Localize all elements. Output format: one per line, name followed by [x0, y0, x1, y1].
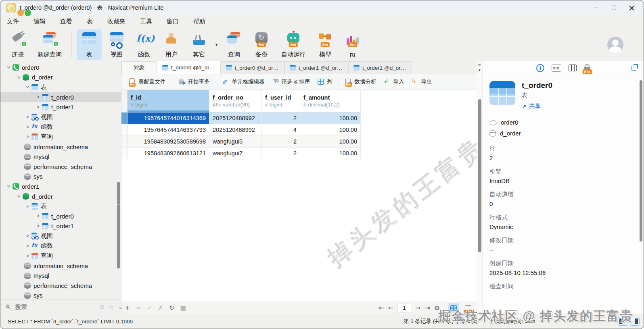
data-profiling-button[interactable]: Ent数据分析: [342, 76, 380, 87]
page-number-input[interactable]: [397, 304, 411, 312]
tab-objects[interactable]: 对象: [121, 61, 157, 74]
chevron-icon[interactable]: [24, 233, 31, 239]
tree-item-performance_schema-2[interactable]: performance_schema: [0, 281, 121, 291]
chevron-icon[interactable]: [15, 194, 23, 199]
chevron-icon[interactable]: [24, 243, 31, 249]
chevron-icon[interactable]: [35, 104, 42, 110]
next-page-icon[interactable]: →: [415, 305, 420, 311]
grid-row[interactable]: 1958483092660613121 wangfugui7 2 100.00: [121, 148, 477, 159]
menu-tools[interactable]: 工具: [140, 18, 152, 25]
cell-editor-button[interactable]: 单元格编辑器: [219, 76, 268, 87]
chevron-icon[interactable]: [35, 213, 42, 219]
tree-item-sys-2[interactable]: sys: [0, 291, 121, 299]
tree-item-information_schema-2[interactable]: information_schema: [0, 261, 121, 271]
add-record-icon[interactable]: +: [125, 305, 130, 311]
tree-item-tables-2[interactable]: 表: [0, 201, 121, 211]
cell-f_order_no[interactable]: 2025120488992: [209, 124, 262, 136]
chevron-icon[interactable]: [5, 65, 13, 70]
toolbar-overflow-icon[interactable]: »: [477, 62, 483, 68]
tree-item-views-2[interactable]: 视图: [0, 231, 121, 241]
tree-item-functions-2[interactable]: 函数: [0, 241, 121, 251]
menu-window[interactable]: 窗口: [167, 18, 179, 25]
chevron-icon[interactable]: [24, 134, 31, 140]
search-input[interactable]: [15, 303, 95, 310]
menu-favorites[interactable]: 收藏夹: [107, 18, 125, 25]
tab-t_order0-active[interactable]: t_order0 @d_order (...: [157, 61, 221, 74]
chevron-icon[interactable]: [5, 183, 13, 189]
tree-item-t_order0[interactable]: t_order0: [0, 92, 121, 102]
refresh-icon[interactable]: ↻: [169, 305, 174, 311]
toolbar-others-button[interactable]: 其它: [186, 29, 211, 60]
tree-item-views[interactable]: 视图: [0, 112, 121, 122]
table-profile-button[interactable]: Ent表配置文件: [125, 76, 169, 87]
column-header-f_order_no[interactable]: f_order_no ABcvarchar(30): [209, 90, 262, 112]
tree-item-t_order1-2[interactable]: t_order1: [0, 221, 121, 231]
columns-tab-icon[interactable]: [569, 65, 577, 71]
grid-row-selected[interactable]: 1957645744016314369 2025120488992 2 100.…: [121, 112, 477, 124]
grid-view-button[interactable]: [448, 303, 459, 313]
row-gutter[interactable]: [121, 136, 128, 148]
chevron-icon[interactable]: [24, 124, 31, 130]
ddl-tab-icon[interactable]: DDL: [552, 65, 561, 72]
column-header-f_amount[interactable]: f_amount #decimal(10,2): [300, 90, 361, 112]
share-link[interactable]: ↗共享: [522, 102, 552, 110]
columns-button[interactable]: 列: [314, 76, 336, 87]
chevron-icon[interactable]: [24, 84, 31, 90]
stop-icon[interactable]: ■: [180, 305, 186, 311]
column-header-f_user_id[interactable]: f_user_id #bigint: [262, 90, 300, 112]
apply-icon[interactable]: ✓: [147, 305, 152, 311]
tree-item-mysql-2[interactable]: mysql: [0, 271, 121, 281]
tree-item-queries-2[interactable]: 查询: [0, 251, 121, 261]
grid-row[interactable]: 1957645744146337793 2025120488992 4 100.…: [121, 124, 477, 136]
tree-item-d_order[interactable]: d_order: [0, 73, 121, 83]
cell-f_user_id[interactable]: 4: [262, 124, 300, 136]
tree-item-order0[interactable]: order0: [0, 62, 121, 73]
favorites-star-icon[interactable]: ☆: [109, 303, 114, 310]
tree-item-t_order1[interactable]: t_order1: [0, 102, 121, 112]
cell-f_order_no[interactable]: 2025120488992: [209, 112, 262, 124]
chevron-icon[interactable]: [35, 223, 42, 229]
menu-edit[interactable]: 编辑: [33, 18, 46, 25]
menu-table[interactable]: 表: [87, 18, 93, 25]
panel-scrollbar[interactable]: [640, 80, 642, 242]
tab-t_order1[interactable]: t_order1 @d_order (...: [284, 61, 348, 74]
tree-item-sys[interactable]: sys: [0, 172, 121, 182]
filter-icon[interactable]: ≡: [99, 303, 105, 310]
menu-help[interactable]: 帮助: [193, 18, 205, 25]
tree-item-d_order-2[interactable]: d_order: [0, 192, 121, 202]
cell-f_amount[interactable]: 100.00: [300, 148, 361, 159]
tree-item-tables[interactable]: 表: [0, 82, 121, 92]
toolbar-automation-button[interactable]: Ent 自动运行: [276, 29, 310, 60]
info-tab-icon[interactable]: i: [536, 64, 544, 72]
menu-file[interactable]: 文件: [7, 18, 19, 25]
cell-f_amount[interactable]: 100.00: [300, 136, 361, 148]
discard-icon[interactable]: ✗: [158, 305, 163, 311]
import-button[interactable]: ↲导入: [381, 76, 408, 87]
row-gutter[interactable]: [121, 112, 128, 124]
cell-f_amount[interactable]: 100.00: [300, 124, 361, 136]
toolbar-query-button[interactable]: 查询: [222, 29, 247, 60]
toolbar-model-button[interactable]: Ent 模型: [313, 29, 338, 60]
tree-item-information_schema[interactable]: information_schema: [0, 142, 121, 152]
chevron-icon[interactable]: [35, 94, 42, 100]
cell-f_order_no[interactable]: wangfugui7: [209, 148, 262, 159]
cell-f_order_no[interactable]: wangfugui5: [209, 136, 262, 148]
tree-item-order1[interactable]: order1: [0, 181, 121, 192]
chevron-icon[interactable]: [15, 75, 23, 80]
tree-item-t_order0-2[interactable]: t_order0: [0, 211, 121, 221]
tree-item-mysql[interactable]: mysql: [0, 152, 121, 162]
close-button[interactable]: [623, 2, 640, 14]
export-button[interactable]: ↳导出: [408, 76, 435, 87]
cell-f_user_id[interactable]: 2: [262, 136, 300, 148]
toolbar-tables-button[interactable]: 表: [77, 29, 102, 60]
toolbar-new-query-button[interactable]: 新建查询: [33, 29, 67, 60]
column-header-f_id[interactable]: f_id #bigint: [128, 90, 209, 112]
previous-page-icon[interactable]: ←: [388, 305, 393, 311]
toggle-left-panel-button[interactable]: [618, 317, 627, 326]
row-gutter[interactable]: [121, 124, 128, 136]
settings-gear-icon[interactable]: ⚙: [434, 305, 440, 311]
cell-f_amount[interactable]: 100.00: [300, 112, 361, 124]
last-page-icon[interactable]: ⇥: [424, 305, 430, 311]
menu-view[interactable]: 查看: [60, 18, 72, 25]
tree-item-functions[interactable]: 函数: [0, 122, 121, 132]
